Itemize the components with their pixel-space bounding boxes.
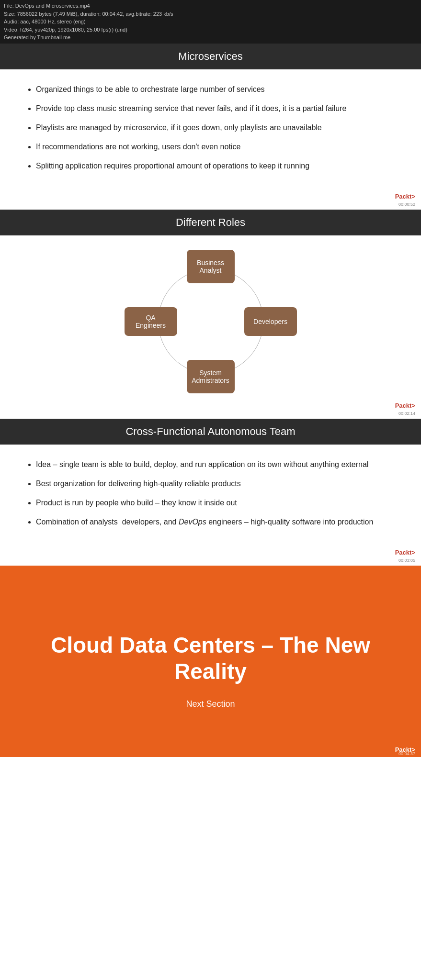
packt-timestamp-2: 00:02:14 <box>0 411 421 419</box>
different-roles-header: Different Roles <box>0 210 421 235</box>
file-info-line4: Video: h264, yuv420p, 1920x1080, 25.00 f… <box>4 26 417 34</box>
next-section-label: Next Section <box>186 699 235 709</box>
packt-logo-2: Packt> <box>0 398 421 411</box>
cross-functional-list: Idea – single team is able to build, dep… <box>24 459 397 528</box>
file-info-line2: Size: 7856022 bytes (7.49 MiB), duration… <box>4 10 417 18</box>
file-info-line1: File: DevOps and Microservices.mp4 <box>4 2 417 10</box>
packt-timestamp-3: 00:03:05 <box>0 558 421 566</box>
packt-logo-3: Packt> <box>0 545 421 558</box>
file-info-line3: Audio: aac, 48000 Hz, stereo (eng) <box>4 18 417 26</box>
roles-diagram: Business Analyst QA Engineers Developers… <box>129 250 292 393</box>
file-info-bar: File: DevOps and Microservices.mp4 Size:… <box>0 0 421 44</box>
list-item: Product is run by people who build – the… <box>36 497 397 509</box>
list-item: Playlists are managed by microservice, i… <box>36 122 397 134</box>
cross-functional-header: Cross-Functional Autonomous Team <box>0 419 421 445</box>
microservices-content: Organized things to be able to orchestra… <box>0 69 421 189</box>
list-item: Idea – single team is able to build, dep… <box>36 459 397 470</box>
list-item: Splitting application requires proportio… <box>36 160 397 172</box>
cross-functional-content: Idea – single team is able to build, dep… <box>0 445 421 545</box>
diagram-area: Business Analyst QA Engineers Developers… <box>0 235 421 398</box>
role-developers: Developers <box>244 307 297 336</box>
packt-timestamp-1: 00:00:52 <box>0 202 421 210</box>
packt-timestamp-4: 00:04:37 <box>398 751 415 756</box>
role-business-analyst: Business Analyst <box>187 250 235 283</box>
devops-italic: DevOps <box>179 518 206 526</box>
list-item: Best organization for delivering high-qu… <box>36 478 397 490</box>
list-item: Provide top class music streaming servic… <box>36 103 397 114</box>
role-system-admins: System Admistrators <box>187 360 235 393</box>
list-item: Organized things to be able to orchestra… <box>36 84 397 95</box>
microservices-list: Organized things to be able to orchestra… <box>24 84 397 172</box>
list-item: If recommendations are not working, user… <box>36 141 397 153</box>
list-item: Combination of analysts developers, and … <box>36 516 397 528</box>
cloud-title: Cloud Data Centers – The New Reality <box>29 632 392 685</box>
packt-logo-1: Packt> <box>0 189 421 202</box>
orange-section: Cloud Data Centers – The New Reality Nex… <box>0 566 421 757</box>
microservices-header: Microservices <box>0 44 421 69</box>
role-qa-engineers: QA Engineers <box>125 307 177 336</box>
file-info-line5: Generated by Thumbnail me <box>4 33 417 42</box>
